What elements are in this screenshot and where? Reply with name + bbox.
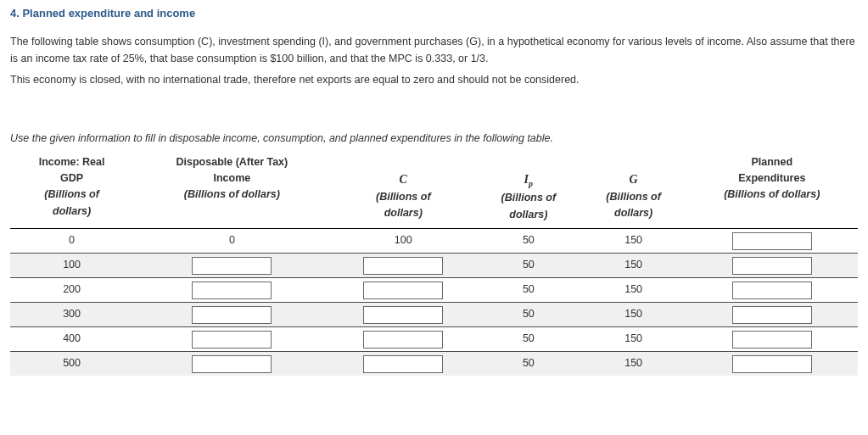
table-row: 0010050150 <box>10 229 858 254</box>
cell-government: 150 <box>581 352 686 376</box>
cell-gdp: 400 <box>10 327 133 352</box>
cell-disposable-income <box>133 352 330 376</box>
col-header-consumption: C (Billions ofdollars) <box>331 153 476 229</box>
consumption-input[interactable] <box>363 355 443 373</box>
cell-planned-expenditures <box>686 327 858 352</box>
col-header-government: G (Billions ofdollars) <box>581 153 686 229</box>
table-row: 20050150 <box>10 278 858 303</box>
section-heading: 4. Planned expenditure and income <box>10 5 858 22</box>
cell-disposable-income: 0 <box>133 229 330 254</box>
cell-disposable-income <box>133 278 330 303</box>
disposable-income-input[interactable] <box>192 257 272 275</box>
disposable-income-input[interactable] <box>192 355 272 373</box>
planned-expenditures-input[interactable] <box>732 306 812 324</box>
table-row: 40050150 <box>10 327 858 352</box>
cell-planned-expenditures <box>686 229 858 254</box>
cell-planned-expenditures <box>686 352 858 376</box>
table-instruction: Use the given information to fill in dis… <box>10 131 858 147</box>
cell-disposable-income <box>133 327 330 352</box>
cell-gdp: 100 <box>10 254 133 278</box>
cell-investment: 50 <box>476 303 581 327</box>
cell-consumption: 100 <box>331 229 476 254</box>
cell-consumption <box>331 327 476 352</box>
planned-expenditures-input[interactable] <box>732 355 812 373</box>
cell-gdp: 300 <box>10 303 133 327</box>
intro-paragraph-2: This economy is closed, with no internat… <box>10 72 858 88</box>
consumption-input[interactable] <box>363 331 443 349</box>
cell-investment: 50 <box>476 278 581 303</box>
cell-planned-expenditures <box>686 278 858 303</box>
disposable-income-input[interactable] <box>192 331 272 349</box>
table-row: 10050150 <box>10 254 858 278</box>
consumption-input[interactable] <box>363 282 443 299</box>
cell-government: 150 <box>581 254 686 278</box>
planned-expenditures-input[interactable] <box>732 257 812 275</box>
col-header-investment: Ip (Billions ofdollars) <box>476 153 581 229</box>
intro-text: The following table shows consumption (C… <box>10 34 858 88</box>
consumption-input[interactable] <box>363 257 443 275</box>
planned-expenditures-input[interactable] <box>732 331 812 349</box>
cell-investment: 50 <box>476 254 581 278</box>
table-row: 50050150 <box>10 352 858 376</box>
col-header-planned-expenditures: Planned Expenditures (Billions of dollar… <box>686 153 858 229</box>
disposable-income-input[interactable] <box>192 282 272 299</box>
cell-government: 150 <box>581 303 686 327</box>
cell-consumption <box>331 303 476 327</box>
cell-consumption <box>331 254 476 278</box>
cell-planned-expenditures <box>686 303 858 327</box>
cell-disposable-income <box>133 303 330 327</box>
cell-disposable-income <box>133 254 330 278</box>
expenditure-table: Income: Real GDP (Billions ofdollars) Di… <box>10 153 858 376</box>
consumption-input[interactable] <box>363 306 443 324</box>
col-header-disposable-income: Disposable (After Tax) Income (Billions … <box>133 153 330 229</box>
intro-paragraph-1: The following table shows consumption (C… <box>10 34 858 67</box>
cell-investment: 50 <box>476 352 581 376</box>
cell-consumption <box>331 278 476 303</box>
col-header-real-gdp: Income: Real GDP (Billions ofdollars) <box>10 153 133 229</box>
cell-investment: 50 <box>476 229 581 254</box>
table-row: 30050150 <box>10 303 858 327</box>
cell-government: 150 <box>581 229 686 254</box>
cell-planned-expenditures <box>686 254 858 278</box>
cell-gdp: 0 <box>10 229 133 254</box>
cell-investment: 50 <box>476 327 581 352</box>
cell-gdp: 200 <box>10 278 133 303</box>
disposable-income-input[interactable] <box>192 306 272 324</box>
cell-government: 150 <box>581 278 686 303</box>
planned-expenditures-input[interactable] <box>732 232 812 250</box>
cell-government: 150 <box>581 327 686 352</box>
cell-consumption <box>331 352 476 376</box>
cell-gdp: 500 <box>10 352 133 376</box>
planned-expenditures-input[interactable] <box>732 282 812 299</box>
